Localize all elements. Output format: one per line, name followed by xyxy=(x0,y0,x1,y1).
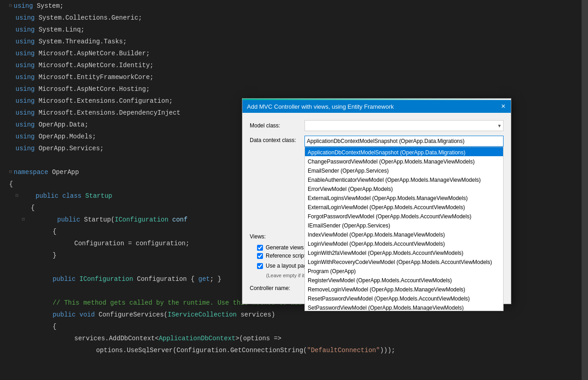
dropdown-item[interactable]: ResetPasswordViewModel (OperApp.Models.A… xyxy=(305,293,503,302)
code-line: using Microsoft.AspNetCore.Builder; xyxy=(0,48,588,59)
code-token: namespace xyxy=(14,166,48,178)
dialog-title: Add MVC Controller with views, using Ent… xyxy=(247,103,394,110)
code-token: { xyxy=(9,178,13,190)
code-token xyxy=(58,190,62,202)
code-token: OperApp.Models; xyxy=(35,131,96,142)
code-token: IServiceCollection xyxy=(168,309,236,321)
dropdown-item[interactable]: EnableAuthenticatorViewModel (OperApp.Mo… xyxy=(305,174,503,184)
code-token: System.Threading.Tasks; xyxy=(35,36,127,48)
code-line: ⊟using System; xyxy=(0,0,588,12)
code-line: options.UseSqlServer(Configuration.GetCo… xyxy=(0,344,588,356)
code-token: IConfiguration xyxy=(115,214,168,226)
code-token: public xyxy=(20,190,58,202)
code-token: Configuration { xyxy=(133,273,199,285)
code-token: Configuration = configuration; xyxy=(28,238,189,249)
code-line: using System.Collections.Generic; xyxy=(0,12,588,24)
model-class-row: Model class: ▼ xyxy=(250,120,504,131)
dropdown-item[interactable]: LoginWith2faViewModel (OperApp.Models.Ac… xyxy=(305,248,503,257)
collapse-icon[interactable]: ⊟ xyxy=(16,190,18,202)
layout-page-checkbox[interactable] xyxy=(257,263,263,269)
collapse-icon[interactable]: ⊟ xyxy=(9,166,12,178)
code-token: OperApp xyxy=(48,166,79,178)
code-token: using xyxy=(16,36,35,48)
dropdown-item[interactable]: ApplicationDbContextModelSnapshot (OperA… xyxy=(305,147,503,156)
code-token: Startup xyxy=(81,190,112,202)
reference-script-checkbox[interactable] xyxy=(257,253,263,259)
code-token: options.UseSqlServer(Configuration.GetCo… xyxy=(35,344,307,356)
code-token: IConfiguration xyxy=(79,273,133,285)
dropdown-item[interactable]: ExternalLoginsViewModel (OperApp.Models.… xyxy=(305,193,503,202)
code-token: using xyxy=(16,95,35,107)
code-token: ConfigureServices( xyxy=(95,309,168,321)
data-context-input[interactable] xyxy=(304,136,504,147)
code-token: using xyxy=(16,71,35,83)
dropdown-item[interactable]: RegisterViewModel (OperApp.Models.Accoun… xyxy=(305,275,503,284)
code-token: ApplicationDbContext xyxy=(159,332,236,344)
code-token: Microsoft.Extensions.DependencyInject xyxy=(35,107,180,119)
code-token: } xyxy=(22,249,57,261)
code-line: services.AddDbContext<ApplicationDbConte… xyxy=(0,332,588,344)
code-line: using System.Threading.Tasks; xyxy=(0,36,588,48)
generate-views-checkbox[interactable] xyxy=(257,245,263,251)
data-context-row: Data context class: ApplicationDbContext… xyxy=(250,136,504,147)
code-token: { xyxy=(16,202,35,214)
code-token: >(options => xyxy=(236,332,282,344)
code-line: using Microsoft.EntityFrameworkCore; xyxy=(0,71,588,83)
collapse-icon[interactable]: ⊟ xyxy=(22,214,25,226)
code-token: OperApp.Services; xyxy=(35,142,104,154)
dropdown-item[interactable]: ErrorViewModel (OperApp.Models) xyxy=(305,184,503,193)
model-class-label: Model class: xyxy=(250,122,304,129)
code-token: using xyxy=(16,119,35,131)
generate-views-label: Generate views xyxy=(266,244,304,251)
code-token: using xyxy=(16,142,35,154)
dropdown-item[interactable]: ForgotPasswordViewModel (OperApp.Models.… xyxy=(305,211,503,220)
code-token: public xyxy=(22,309,76,321)
code-token: class xyxy=(62,190,81,202)
model-class-select-wrap: ▼ xyxy=(304,120,504,131)
dropdown-item[interactable]: Program (OperApp) xyxy=(305,266,503,275)
data-context-select-wrap: ApplicationDbContextModelSnapshot (OperA… xyxy=(304,136,504,147)
code-token: Microsoft.EntityFrameworkCore; xyxy=(35,71,153,83)
code-token: System; xyxy=(33,0,63,12)
dropdown-item[interactable]: LoginWithRecoveryCodeViewModel (OperApp.… xyxy=(305,257,503,266)
code-token: "DefaultConnection" xyxy=(307,344,380,356)
dropdown-item[interactable]: EmailSender (OperApp.Services) xyxy=(305,165,503,174)
code-token: using xyxy=(16,24,35,36)
code-token: conf xyxy=(168,214,188,226)
data-context-label: Data context class: xyxy=(250,136,304,143)
dropdown-item[interactable]: ExternalLoginViewModel (OperApp.Models.A… xyxy=(305,202,503,211)
scrollbar-track[interactable] xyxy=(582,0,588,380)
dialog-body: Model class: ▼ Data context class: xyxy=(242,113,511,304)
dropdown-item[interactable]: SetPasswordViewModel (OperApp.Models.Man… xyxy=(305,302,503,311)
code-token: Microsoft.Extensions.Configuration; xyxy=(35,95,173,107)
dropdown-item[interactable]: ChangePasswordViewModel (OperApp.Models.… xyxy=(305,156,503,165)
code-token: using xyxy=(14,0,33,12)
code-token: Startup( xyxy=(80,214,115,226)
code-token: using xyxy=(16,59,35,71)
controller-name-label: Controller name: xyxy=(250,285,304,291)
dropdown-item[interactable]: IEmailSender (OperApp.Services) xyxy=(305,220,503,229)
code-token: get xyxy=(198,273,210,285)
code-token: ; } xyxy=(210,273,221,285)
code-token: using xyxy=(16,12,35,24)
collapse-icon[interactable]: ⊟ xyxy=(9,0,12,12)
code-line: using System.Linq; xyxy=(0,24,588,36)
views-label: Views: xyxy=(250,233,304,240)
code-token: using xyxy=(16,83,35,95)
code-token: { xyxy=(22,226,57,238)
dropdown-list[interactable]: ApplicationDbContextModelSnapshot (OperA… xyxy=(305,147,503,311)
code-token: ))); xyxy=(380,344,395,356)
dialog-title-bar: Add MVC Controller with views, using Ent… xyxy=(242,100,511,113)
dropdown-item[interactable]: IndexViewModel (OperApp.Models.ManageVie… xyxy=(305,229,503,238)
code-token xyxy=(76,273,79,285)
code-token: public xyxy=(26,214,80,226)
code-token: public xyxy=(22,273,76,285)
model-class-input[interactable] xyxy=(304,120,504,131)
dropdown-item[interactable]: RemoveLoginViewModel (OperApp.Models.Man… xyxy=(305,284,503,293)
code-line: { xyxy=(0,321,588,332)
dropdown-item[interactable]: LoginViewModel (OperApp.Models.AccountVi… xyxy=(305,238,503,248)
code-token: Microsoft.AspNetCore.Identity; xyxy=(35,59,153,71)
dialog-close-button[interactable]: × xyxy=(500,103,506,110)
code-token: System.Collections.Generic; xyxy=(35,12,142,24)
code-token: Microsoft.AspNetCore.Hosting; xyxy=(35,83,150,95)
